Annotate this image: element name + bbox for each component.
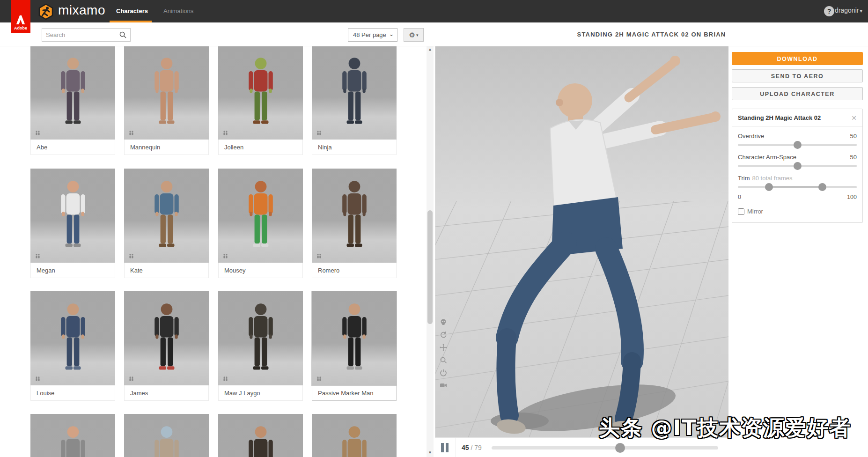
character-card[interactable]: James: [124, 291, 209, 401]
pack-icon: [222, 253, 228, 259]
overdrive-slider[interactable]: [738, 144, 857, 146]
character-thumbnail[interactable]: [124, 291, 209, 385]
trim-label: Trim80 total frames: [738, 175, 793, 182]
overdrive-value: 50: [850, 133, 857, 140]
character-figure: [48, 423, 98, 457]
character-thumbnail[interactable]: [30, 46, 115, 140]
pack-icon: [35, 253, 41, 259]
character-figure: [329, 55, 380, 132]
mirror-label[interactable]: Mirror: [747, 208, 763, 215]
pack-icon: [316, 253, 322, 259]
character-card[interactable]: Mousey: [218, 169, 303, 278]
character-thumbnail[interactable]: [30, 414, 115, 457]
character-card[interactable]: Ninja: [312, 46, 397, 155]
download-button[interactable]: DOWNLOAD: [732, 52, 863, 65]
character-card[interactable]: [124, 414, 209, 457]
power-icon[interactable]: [439, 369, 448, 376]
trim-row: Trim80 total frames: [738, 175, 857, 182]
character-card[interactable]: Mannequin: [124, 46, 209, 155]
user-menu[interactable]: dragonir▾: [835, 7, 862, 14]
character-name: Jolleen: [218, 140, 303, 155]
mixamo-app: mixamo Characters Animations ? dragonir▾…: [0, 0, 868, 457]
pan-icon[interactable]: [439, 344, 448, 351]
character-card[interactable]: [30, 414, 115, 457]
viewport-controls: [439, 318, 448, 389]
arm-space-slider[interactable]: [738, 165, 857, 167]
character-figure: [329, 301, 380, 378]
character-thumbnail[interactable]: [124, 414, 209, 457]
close-icon[interactable]: ✕: [851, 115, 857, 121]
animation-title: STANDING 2H MAGIC ATTACK 02 ON BRIAN: [435, 22, 868, 46]
timeline-handle[interactable]: [615, 443, 625, 453]
pack-icon: [222, 130, 228, 136]
camera-icon[interactable]: [439, 382, 448, 389]
current-frame: 45: [462, 444, 469, 451]
character-thumbnail[interactable]: [312, 46, 397, 140]
send-to-aero-button[interactable]: SEND TO AERO: [732, 69, 863, 82]
pack-icon: [316, 130, 322, 136]
search-input[interactable]: [42, 31, 119, 38]
trim-range-slider[interactable]: [738, 186, 857, 188]
character-card[interactable]: Jolleen: [218, 46, 303, 155]
character-thumbnail[interactable]: [218, 414, 303, 457]
zoom-icon[interactable]: [439, 356, 448, 364]
character-thumbnail[interactable]: [312, 291, 397, 385]
character-card[interactable]: Romero: [312, 169, 397, 278]
trim-start-handle[interactable]: [765, 183, 773, 191]
skull-icon[interactable]: [439, 318, 448, 326]
character-thumbnail[interactable]: [30, 291, 115, 385]
character-card[interactable]: [218, 414, 303, 457]
adobe-label: Adobe: [14, 26, 27, 30]
character-figure: [235, 301, 286, 378]
character-thumbnail[interactable]: [30, 169, 115, 263]
search-icon[interactable]: [119, 31, 126, 38]
scroll-up-arrow[interactable]: ▲: [427, 46, 434, 53]
upload-character-button[interactable]: UPLOAD CHARACTER: [732, 87, 863, 100]
overdrive-slider-handle[interactable]: [794, 141, 802, 149]
character-card[interactable]: Maw J Laygo: [218, 291, 303, 401]
per-page-select[interactable]: 48 Per page: [348, 28, 397, 42]
character-figure: [48, 301, 98, 378]
search-box[interactable]: [42, 28, 131, 42]
pause-button[interactable]: [441, 443, 451, 452]
mirror-checkbox[interactable]: [738, 208, 744, 215]
trim-end-handle[interactable]: [818, 183, 826, 191]
character-name: Mousey: [218, 263, 303, 278]
character-card[interactable]: Louise: [30, 291, 115, 401]
character-thumbnail[interactable]: [124, 169, 209, 263]
character-thumbnail[interactable]: [312, 169, 397, 263]
character-thumbnail[interactable]: [218, 46, 303, 140]
character-card[interactable]: Megan: [30, 169, 115, 278]
character-figure: [141, 301, 192, 378]
rotate-icon[interactable]: [439, 331, 448, 339]
character-card[interactable]: Passive Marker Man: [312, 291, 397, 401]
character-thumbnail[interactable]: [218, 291, 303, 385]
viewport-3d[interactable]: [435, 46, 728, 437]
character-figure: [48, 178, 98, 255]
chevron-down-icon: ▾: [860, 8, 862, 14]
character-thumbnail[interactable]: [312, 414, 397, 457]
per-page-dropdown[interactable]: 48 Per page ⌄: [348, 28, 397, 42]
trim-min: 0: [738, 194, 741, 200]
panel-title: Standing 2H Magic Attack 02: [738, 109, 821, 127]
character-thumbnail[interactable]: [124, 46, 209, 140]
character-thumbnail[interactable]: [218, 169, 303, 263]
overdrive-row: Overdrive 50: [738, 133, 857, 140]
arm-space-slider-handle[interactable]: [794, 162, 802, 170]
character-card[interactable]: [312, 414, 397, 457]
scrollbar-thumb[interactable]: [427, 210, 433, 324]
grid-scrollbar[interactable]: ▲ ▼: [427, 46, 434, 457]
tab-animations[interactable]: Animations: [163, 0, 193, 22]
mixamo-logo-icon[interactable]: [37, 3, 54, 20]
settings-menu-button[interactable]: ⚙ ▾: [404, 28, 424, 42]
tab-characters[interactable]: Characters: [116, 0, 148, 22]
character-card[interactable]: Abe: [30, 46, 115, 155]
scroll-down-arrow[interactable]: ▼: [427, 450, 434, 456]
timeline-scrubber[interactable]: [492, 446, 718, 450]
animation-settings-panel: Standing 2H Magic Attack 02 ✕ Overdrive …: [732, 109, 863, 223]
help-icon[interactable]: ?: [824, 6, 834, 16]
character-card[interactable]: Kate: [124, 169, 209, 278]
pack-icon: [128, 130, 134, 136]
brand-name[interactable]: mixamo: [58, 3, 105, 18]
adobe-logo[interactable]: Adobe: [11, 0, 30, 33]
